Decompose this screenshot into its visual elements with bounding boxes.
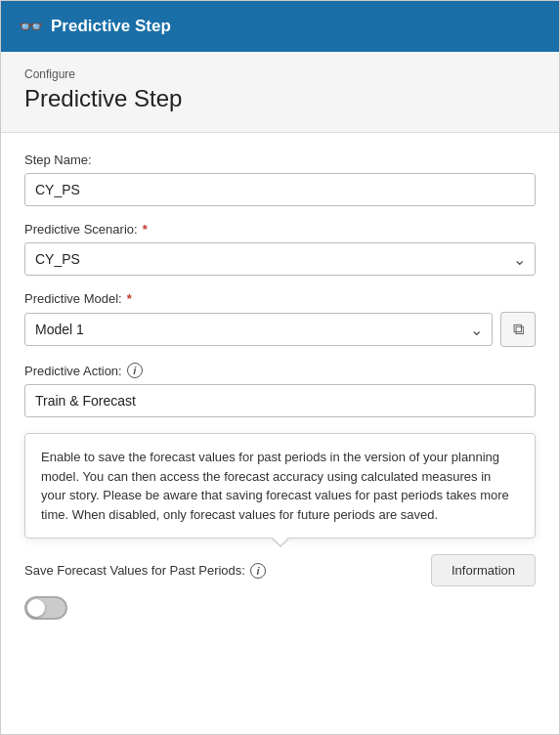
form-section: Step Name: Predictive Scenario: * CY_PS … xyxy=(1,133,559,734)
external-link-icon: ⧉ xyxy=(513,321,524,338)
predictive-model-select-wrapper: Model 1 ⌄ xyxy=(24,313,493,346)
predictive-action-label: Predictive Action: i xyxy=(24,363,536,378)
configure-section: Configure Predictive Step xyxy=(1,52,559,133)
save-forecast-left: Save Forecast Values for Past Periods: i xyxy=(24,563,266,579)
tooltip-text: Enable to save the forecast values for p… xyxy=(41,450,509,522)
tooltip-box: Enable to save the forecast values for p… xyxy=(24,433,536,539)
save-forecast-label: Save Forecast Values for Past Periods: i xyxy=(24,563,266,579)
step-name-group: Step Name: xyxy=(24,152,536,206)
configure-title: Predictive Step xyxy=(24,85,536,112)
predictive-scenario-select[interactable]: CY_PS xyxy=(24,242,536,276)
predictive-model-label: Predictive Model: * xyxy=(24,291,536,306)
configure-label: Configure xyxy=(24,67,536,81)
header-title: Predictive Step xyxy=(51,17,171,36)
predictive-action-input[interactable] xyxy=(24,384,536,417)
information-button[interactable]: Information xyxy=(431,554,536,586)
step-name-input[interactable] xyxy=(24,173,536,206)
predictive-action-group: Predictive Action: i xyxy=(24,363,536,417)
step-name-label: Step Name: xyxy=(24,152,536,167)
header-bar: 👓 Predictive Step xyxy=(1,1,559,52)
predictive-model-required: * xyxy=(127,291,132,306)
save-forecast-toggle[interactable] xyxy=(24,596,67,620)
predictive-model-link-button[interactable]: ⧉ xyxy=(500,312,536,347)
predictive-model-select[interactable]: Model 1 xyxy=(24,313,493,346)
save-forecast-row: Save Forecast Values for Past Periods: i… xyxy=(24,554,536,586)
predictive-scenario-label: Predictive Scenario: * xyxy=(24,222,536,237)
predictive-scenario-required: * xyxy=(143,222,148,237)
predictive-model-row: Model 1 ⌄ ⧉ xyxy=(24,312,536,347)
predictive-scenario-select-wrapper: CY_PS ⌄ xyxy=(24,242,536,276)
predictive-scenario-group: Predictive Scenario: * CY_PS ⌄ xyxy=(24,222,536,276)
main-window: 👓 Predictive Step Configure Predictive S… xyxy=(0,0,560,735)
predictive-model-group: Predictive Model: * Model 1 ⌄ ⧉ xyxy=(24,291,536,347)
save-forecast-info-icon[interactable]: i xyxy=(250,563,266,579)
predictive-step-icon: 👓 xyxy=(19,15,41,38)
toggle-switch-container xyxy=(24,596,536,623)
predictive-action-info-icon[interactable]: i xyxy=(127,363,143,378)
